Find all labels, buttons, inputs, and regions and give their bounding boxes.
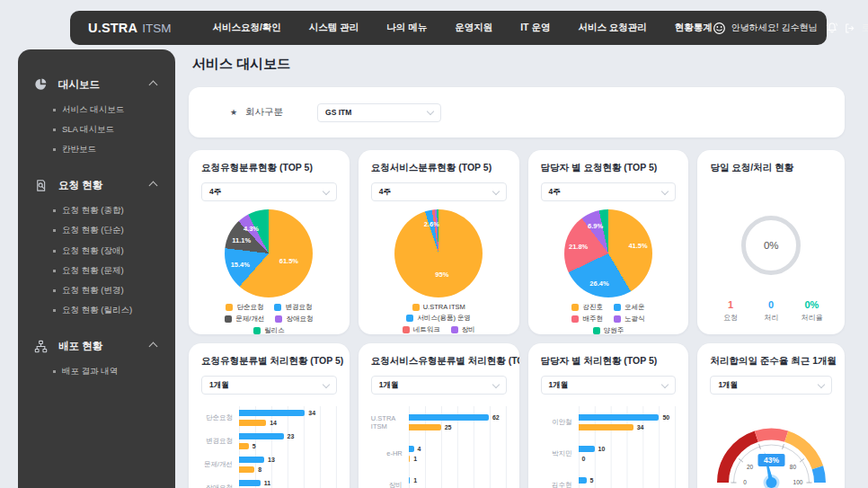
legend-label: 노광식 bbox=[624, 315, 645, 324]
legend-item: 변경요청 bbox=[274, 303, 312, 312]
top-menu-item[interactable]: IT 운영 bbox=[520, 22, 550, 34]
gauge-hub bbox=[766, 477, 777, 488]
legend-item: U.STRA ITSM bbox=[412, 303, 465, 311]
bar-line: 34 bbox=[579, 424, 676, 430]
sidebar-item[interactable]: 요청 현황 (종합) bbox=[18, 201, 175, 221]
sidebar-section-header[interactable]: 배포 현황 bbox=[18, 333, 175, 360]
bar-value-label: 14 bbox=[270, 420, 277, 426]
legend-swatch bbox=[274, 304, 281, 311]
bar-line: 14 bbox=[239, 420, 336, 426]
bar-category-label: 단순요청 bbox=[201, 406, 239, 430]
bar-value-label: 1 bbox=[413, 477, 417, 484]
page-title: 서비스 대시보드 bbox=[192, 56, 845, 73]
sidebar-section-header[interactable]: 대시보드 bbox=[18, 71, 175, 98]
bar-group: 116 bbox=[239, 476, 336, 488]
legend-swatch bbox=[225, 315, 232, 323]
sidebar-item[interactable]: 칸반보드 bbox=[18, 139, 175, 159]
card-title: 당일 요청/처리 현황 bbox=[710, 162, 832, 174]
chart-card: 요청서비스유형분류별 처리현황 (TOP 5)1개월U.STRA ITSMe-H… bbox=[359, 343, 519, 488]
stat-value: 0% bbox=[792, 299, 832, 310]
sidebar-item[interactable]: 요청 현황 (문제) bbox=[18, 261, 175, 280]
sidebar-item[interactable]: SLA 대시보드 bbox=[18, 120, 175, 139]
pie-slice-label: 4.3% bbox=[244, 225, 259, 233]
period-select[interactable]: 1개월 bbox=[371, 376, 507, 395]
bell-icon[interactable] bbox=[826, 22, 838, 34]
period-select[interactable]: 4주 bbox=[201, 182, 337, 201]
sidebar-item[interactable]: 서비스 대시보드 bbox=[18, 100, 175, 120]
sidebar-submenu: 서비스 대시보드SLA 대시보드칸반보드 bbox=[18, 100, 175, 160]
sidebar-section-header[interactable]: 요청 현황 bbox=[18, 173, 175, 200]
pie-slice-label: 6.9% bbox=[588, 221, 603, 229]
bar-group: 41 bbox=[409, 438, 506, 469]
bar-value-label: 8 bbox=[258, 466, 261, 473]
stat-label: 처리 bbox=[751, 313, 792, 323]
sidebar-item[interactable]: 요청 현황 (단순) bbox=[18, 221, 175, 241]
legend-swatch bbox=[406, 315, 413, 322]
period-select[interactable]: 1개월 bbox=[710, 376, 832, 395]
stat-item: 1요청 bbox=[710, 299, 750, 323]
legend-swatch bbox=[571, 315, 579, 323]
dashboard-grid: 요청유형분류현황 (TOP 5)4주61.5%15.4%11.1%4.3%단순요… bbox=[189, 150, 845, 488]
gauge-value-label: 43% bbox=[764, 456, 779, 465]
legend-item: 릴리스 bbox=[253, 326, 285, 334]
sidebar-item[interactable]: 요청 현황 (릴리스) bbox=[18, 301, 175, 321]
bar bbox=[239, 420, 266, 426]
legend-item: 노광식 bbox=[614, 315, 645, 324]
legend-item: 오세운 bbox=[614, 303, 645, 312]
bar-line: 4 bbox=[409, 446, 506, 452]
top-menu-item[interactable]: 나의 메뉴 bbox=[386, 22, 427, 34]
bar-line: 62 bbox=[409, 414, 506, 421]
pie-slice-label: 61.5% bbox=[279, 257, 298, 265]
legend-label: 릴리스 bbox=[264, 326, 285, 334]
bar bbox=[239, 443, 249, 449]
bar-category-label: U.STRA ITSM bbox=[371, 406, 409, 438]
sidebar-item[interactable]: 요청 현황 (변경) bbox=[18, 280, 175, 300]
bar-value-label: 62 bbox=[492, 414, 500, 421]
gauge-band bbox=[757, 434, 786, 437]
bar-value-label: 25 bbox=[445, 424, 452, 430]
main-content: 서비스 대시보드 ★ 회사구분 GS ITM 요청유형분류현황 (TOP 5)4… bbox=[189, 52, 845, 488]
period-select[interactable]: 1개월 bbox=[541, 376, 677, 395]
filter-label: 회사구분 bbox=[245, 106, 283, 119]
bar-group: 100 bbox=[579, 438, 676, 469]
top-menu: 서비스요청/확인시스템 관리나의 메뉴운영지원IT 운영서비스 요청관리현황통계 bbox=[212, 22, 712, 34]
bar bbox=[239, 457, 264, 463]
sidebar-section-label: 배포 현황 bbox=[58, 340, 150, 353]
chevron-down-icon bbox=[818, 380, 825, 387]
sidebar: 대시보드서비스 대시보드SLA 대시보드칸반보드요청 현황요청 현황 (종합)요… bbox=[18, 49, 175, 488]
gauge-chart: 02040608010043% bbox=[710, 404, 833, 488]
period-select-value: 1개월 bbox=[549, 380, 569, 391]
sidebar-item[interactable]: 요청 현황 (장애) bbox=[18, 241, 175, 261]
period-select[interactable]: 1개월 bbox=[201, 376, 337, 395]
logout-button[interactable]: 로그아웃 bbox=[861, 22, 868, 34]
logo-suffix: ITSM bbox=[142, 22, 171, 35]
legend-item: 양원주 bbox=[593, 326, 624, 334]
legend-item: 배주현 bbox=[571, 315, 603, 324]
card-title: 담당자 별 처리현황 (TOP 5) bbox=[541, 355, 677, 368]
period-select[interactable]: 4주 bbox=[371, 182, 507, 201]
legend-label: U.STRA ITSM bbox=[423, 303, 465, 311]
card-title: 요청유형분류별 처리현황 (TOP 5) bbox=[201, 355, 337, 368]
chart-card: 요청유형분류현황 (TOP 5)4주61.5%15.4%11.1%4.3%단순요… bbox=[189, 150, 350, 334]
bar-line: 1 bbox=[409, 477, 506, 484]
stat-value: 0 bbox=[751, 299, 792, 310]
bar-value-label: 0 bbox=[582, 456, 586, 462]
logout-icon[interactable] bbox=[844, 22, 855, 34]
sidebar-item[interactable]: 배포 결과 내역 bbox=[18, 362, 175, 382]
period-select-value: 4주 bbox=[549, 187, 561, 198]
top-menu-item[interactable]: 서비스요청/확인 bbox=[212, 22, 280, 34]
top-menu-item[interactable]: 시스템 관리 bbox=[309, 22, 359, 34]
top-menu-item[interactable]: 현황통계 bbox=[675, 22, 713, 34]
pie-slice-label: 2.6% bbox=[424, 219, 439, 227]
logo-brand: U.STRA bbox=[88, 21, 137, 35]
app-logo[interactable]: U.STRA ITSM bbox=[88, 21, 171, 35]
bar-chart: 이안철박지민김수현김진우50341005030 bbox=[541, 406, 677, 488]
bar-plot-area: 62254110 bbox=[409, 406, 507, 488]
chevron-down-icon bbox=[427, 108, 434, 115]
top-menu-item[interactable]: 서비스 요청관리 bbox=[578, 22, 646, 34]
bar-line: 50 bbox=[579, 414, 676, 421]
bar-value-label: 34 bbox=[308, 410, 315, 416]
top-menu-item[interactable]: 운영지원 bbox=[455, 22, 492, 34]
period-select[interactable]: 4주 bbox=[541, 182, 677, 201]
company-select[interactable]: GS ITM bbox=[317, 103, 441, 122]
